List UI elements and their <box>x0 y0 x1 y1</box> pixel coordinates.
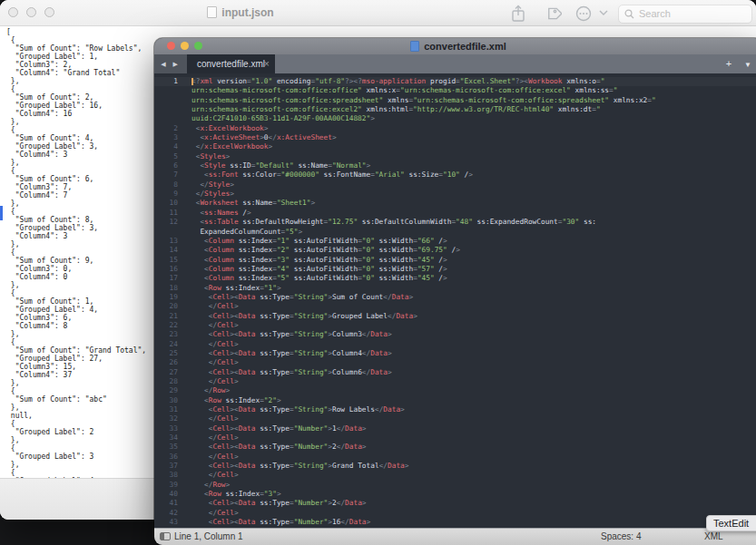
new-tab-button[interactable]: + <box>726 58 731 69</box>
code-text: </Cell> <box>191 414 239 423</box>
code-line: 12 <ss:Table ss:DefaultRowHeight="12.75"… <box>154 218 756 227</box>
line-number: 27 <box>154 368 178 377</box>
code-line: 32 </Cell> <box>154 414 756 423</box>
minimap-line <box>692 165 756 167</box>
minimize-button[interactable] <box>26 7 36 17</box>
line-number: 16 <box>154 265 178 274</box>
code-text: <Cell><Data ss:Type="String">Grand Total… <box>191 462 409 471</box>
line-number: 19 <box>154 293 178 302</box>
code-line: urn:schemas-microsoft-com:office:excel2"… <box>154 105 756 114</box>
code-line: 39 </Row> <box>154 481 756 490</box>
zoom-button[interactable] <box>44 7 54 17</box>
minimap-line <box>692 229 756 231</box>
editor-statusbar: Line 1, Column 1 Spaces: 4 XML <box>154 528 756 545</box>
line-number: 3 <box>154 133 178 142</box>
search-input[interactable]: Search <box>618 5 752 24</box>
line-number: 41 <box>154 499 178 508</box>
code-text: <ss:Table ss:DefaultRowHeight="12.75" ss… <box>191 218 596 227</box>
minimap-line <box>692 253 756 255</box>
code-text: <Cell><Data ss:Type="Number">2</Data> <box>191 443 367 452</box>
text-caret <box>0 206 3 220</box>
line-number <box>154 96 178 105</box>
minimap-line <box>692 188 756 190</box>
minimap-line <box>692 243 756 245</box>
code-line: 42 </Cell> <box>154 509 756 518</box>
close-button[interactable] <box>8 7 18 17</box>
code-text: </Cell> <box>191 321 239 330</box>
code-text: urn:schemas-microsoft-com:office:office"… <box>191 86 617 95</box>
tab-convertedfile[interactable]: convertedfile.xml × <box>187 54 275 73</box>
code-line: 15 <Column ss:Index="3" ss:AutoFitWidth=… <box>154 256 756 265</box>
code-text: <Column ss:Index="4" ss:AutoFitWidth="0"… <box>191 265 447 274</box>
line-number: 39 <box>154 481 178 490</box>
minimap-line <box>692 105 756 107</box>
line-number: 24 <box>154 340 178 349</box>
minimap-line <box>692 289 756 291</box>
code-line: urn:schemas-microsoft-com:office:spreads… <box>154 96 756 105</box>
code-line: 41 <Cell><Data ss:Type="Number">2</Data> <box>154 499 756 508</box>
code-line: 40 <Row ss:Index="3"> <box>154 490 756 499</box>
chevron-down-icon[interactable] <box>599 9 608 27</box>
line-number: 22 <box>154 321 178 330</box>
minimap-line <box>692 156 756 158</box>
code-text: </Cell> <box>191 453 239 462</box>
panel-toggle-icon[interactable] <box>160 532 171 540</box>
code-text: </Style> <box>191 180 234 190</box>
share-button[interactable] <box>510 5 526 23</box>
minimap-line <box>692 82 756 83</box>
minimap-line <box>692 216 756 218</box>
line-number: 30 <box>154 396 178 405</box>
document-proxy-icon <box>410 41 419 52</box>
minimap-line <box>692 271 756 273</box>
line-number: 21 <box>154 312 178 321</box>
tab-close-icon[interactable]: × <box>264 54 270 73</box>
code-line: 31 <Cell><Data ss:Type="String">Row Labe… <box>154 405 756 414</box>
code-text: <Cell><Data ss:Type="String">Column6</Da… <box>191 368 392 377</box>
language-mode-indicator[interactable]: XML <box>704 531 723 541</box>
code-line: 18 <Row ss:Index="1"> <box>154 284 756 293</box>
minimap-line <box>692 183 756 185</box>
code-line: 24 </Cell> <box>154 340 756 349</box>
window-title: input.json <box>154 6 327 19</box>
code-text: urn:schemas-microsoft-com:office:excel2"… <box>191 105 601 114</box>
code-editor-area[interactable]: 1<?xml version="1.0" encoding="utf-8"?><… <box>154 73 756 529</box>
more-actions-button[interactable] <box>574 5 593 23</box>
textedit-titlebar[interactable]: input.json Search <box>0 0 756 26</box>
tab-list-menu-icon[interactable]: ▼ <box>744 61 751 69</box>
code-text: <Style ss:ID="Default" ss:Name="Normal"> <box>191 161 370 170</box>
minimap-line <box>692 207 756 209</box>
code-text: <ss:Font ss:Color="#000000" ss:FontName=… <box>191 170 473 180</box>
code-text: <Cell><Data ss:Type="String">Column4</Da… <box>191 349 392 358</box>
minimap-line <box>692 285 756 287</box>
minimap[interactable] <box>692 77 756 299</box>
cursor-position-indicator[interactable]: Line 1, Column 1 <box>174 531 243 541</box>
minimap-line <box>692 123 756 125</box>
line-number: 10 <box>154 199 178 208</box>
code-line: 5 <Styles> <box>154 152 756 161</box>
line-number: 1 <box>154 77 178 86</box>
tags-button[interactable] <box>544 5 562 23</box>
minimap-line <box>692 276 756 277</box>
line-number: 28 <box>154 377 178 386</box>
line-number: 40 <box>154 490 178 499</box>
minimap-line <box>692 128 756 130</box>
minimap-line <box>692 202 756 204</box>
code-line: 8 </Style> <box>154 180 756 190</box>
line-number <box>154 228 178 237</box>
history-nav-buttons[interactable]: ◀ ▶ <box>154 54 187 73</box>
code-line: 6 <Style ss:ID="Default" ss:Name="Normal… <box>154 161 756 170</box>
code-text: <Cell><Data ss:Type="String">Row Labels<… <box>191 405 405 414</box>
indentation-indicator[interactable]: Spaces: 4 <box>601 531 641 541</box>
line-number: 11 <box>154 209 178 218</box>
back-icon[interactable]: ◀ ▶ <box>161 61 181 67</box>
line-number: 7 <box>154 170 178 180</box>
minimap-line <box>692 192 756 194</box>
code-text: </Cell> <box>191 509 239 518</box>
minimap-line <box>692 77 756 79</box>
code-line: 34 </Cell> <box>154 433 756 443</box>
editor-titlebar[interactable]: convertedfile.xml <box>154 38 756 54</box>
code-line: 33 <Cell><Data ss:Type="Number">1</Data> <box>154 424 756 433</box>
code-text: </Cell> <box>191 471 239 480</box>
code-line: 43 <Cell><Data ss:Type="Number">16</Data… <box>154 518 756 527</box>
code-text: </x:ExcelWorkbook> <box>191 142 272 151</box>
